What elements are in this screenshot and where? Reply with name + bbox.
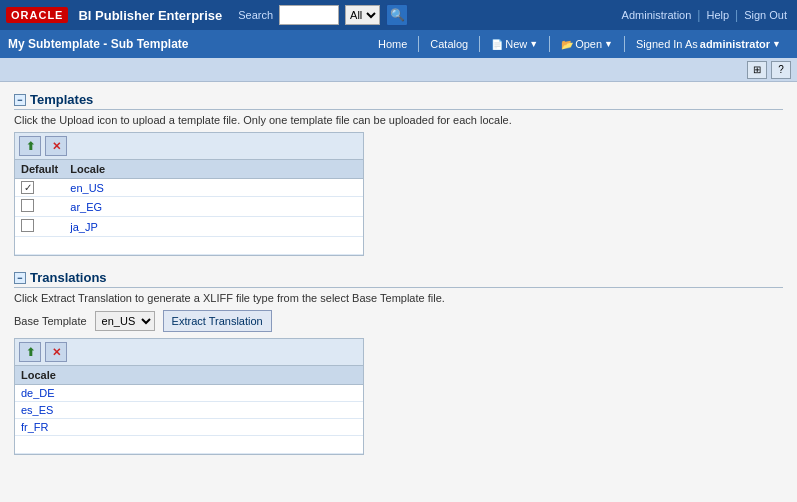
checkbox[interactable]	[21, 181, 34, 194]
oracle-logo: ORACLE	[6, 7, 68, 23]
sep-open	[624, 36, 625, 52]
search-scope-select[interactable]: All	[345, 5, 380, 25]
base-template-row: Base Template en_US Extract Translation	[14, 310, 783, 332]
translations-table: Locale de_DEes_ESfr_FR	[15, 366, 363, 454]
templates-toolbar: ⬆ ✕	[15, 133, 363, 160]
top-nav-links: Administration | Help | Sign Out	[618, 8, 791, 22]
extract-translation-button[interactable]: Extract Translation	[163, 310, 272, 332]
nav-buttons: Home Catalog 📄 New ▼ 📂 Open ▼ Signed In …	[370, 36, 789, 52]
sep1: |	[697, 8, 700, 22]
templates-table-header: Default Locale	[15, 160, 363, 179]
translations-section: − Translations Click Extract Translation…	[14, 270, 783, 455]
templates-section: − Templates Click the Upload icon to upl…	[14, 92, 783, 256]
new-icon: 📄	[491, 39, 503, 50]
new-button[interactable]: 📄 New ▼	[483, 36, 546, 52]
templates-description: Click the Upload icon to upload a templa…	[14, 114, 783, 126]
translations-delete-button[interactable]: ✕	[45, 342, 67, 362]
templates-title: Templates	[30, 92, 93, 107]
base-template-select[interactable]: en_US	[95, 311, 155, 331]
table-row: fr_FR	[15, 419, 363, 436]
table-row: es_ES	[15, 402, 363, 419]
product-title: BI Publisher Enterprise	[78, 8, 222, 23]
catalog-button[interactable]: Catalog	[422, 36, 476, 52]
templates-upload-button[interactable]: ⬆	[19, 136, 41, 156]
help-link[interactable]: Help	[702, 9, 733, 21]
locale-cell[interactable]: en_US	[64, 179, 363, 197]
templates-table-container: ⬆ ✕ Default Locale en_USar_EGja_JP	[14, 132, 364, 256]
open-dropdown-icon: ▼	[604, 39, 613, 49]
locale-cell[interactable]: ja_JP	[64, 217, 363, 237]
empty-row	[15, 237, 363, 255]
checkbox-cell[interactable]	[15, 217, 64, 237]
table-row: en_US	[15, 179, 363, 197]
base-template-label: Base Template	[14, 315, 87, 327]
open-icon: 📂	[561, 39, 573, 50]
checkbox[interactable]	[21, 219, 34, 232]
new-dropdown-icon: ▼	[529, 39, 538, 49]
signout-link[interactable]: Sign Out	[740, 9, 791, 21]
translations-table-container: ⬆ ✕ Locale de_DEes_ESfr_FR	[14, 338, 364, 455]
layout-button[interactable]: ⊞	[747, 61, 767, 79]
secondary-navigation-bar: My Subtemplate - Sub Template Home Catal…	[0, 30, 797, 58]
templates-table: Default Locale en_USar_EGja_JP	[15, 160, 363, 255]
col-default: Default	[15, 160, 64, 179]
help-button[interactable]: ?	[771, 61, 791, 79]
translations-title: Translations	[30, 270, 107, 285]
sep-new	[549, 36, 550, 52]
templates-section-header: − Templates	[14, 92, 783, 110]
translations-toggle[interactable]: −	[14, 272, 26, 284]
toolbar-bar: ⊞ ?	[0, 58, 797, 82]
translations-table-header: Locale	[15, 366, 363, 385]
locale-cell[interactable]: fr_FR	[15, 419, 363, 436]
open-button[interactable]: 📂 Open ▼	[553, 36, 621, 52]
table-row: de_DE	[15, 385, 363, 402]
main-content: − Templates Click the Upload icon to upl…	[0, 82, 797, 502]
locale-cell[interactable]: es_ES	[15, 402, 363, 419]
admin-link[interactable]: Administration	[618, 9, 696, 21]
search-icon: 🔍	[390, 8, 405, 22]
empty-row	[15, 436, 363, 454]
templates-toggle[interactable]: −	[14, 94, 26, 106]
signedin-dropdown-icon: ▼	[772, 39, 781, 49]
sep-catalog	[479, 36, 480, 52]
translations-upload-button[interactable]: ⬆	[19, 342, 41, 362]
home-button[interactable]: Home	[370, 36, 415, 52]
checkbox[interactable]	[21, 199, 34, 212]
table-row: ar_EG	[15, 197, 363, 217]
translations-toolbar: ⬆ ✕	[15, 339, 363, 366]
translations-description: Click Extract Translation to generate a …	[14, 292, 783, 304]
checkbox-cell[interactable]	[15, 179, 64, 197]
locale-cell[interactable]: ar_EG	[64, 197, 363, 217]
translations-section-header: − Translations	[14, 270, 783, 288]
col-locale-trans: Locale	[15, 366, 363, 385]
search-label: Search	[238, 9, 273, 21]
sep-home	[418, 36, 419, 52]
search-input[interactable]	[279, 5, 339, 25]
col-locale: Locale	[64, 160, 363, 179]
checkbox-cell[interactable]	[15, 197, 64, 217]
locale-cell[interactable]: de_DE	[15, 385, 363, 402]
page-title: My Subtemplate - Sub Template	[8, 37, 370, 51]
search-button[interactable]: 🔍	[386, 4, 408, 26]
sep2: |	[735, 8, 738, 22]
signed-in-button[interactable]: Signed In As administrator ▼	[628, 36, 789, 52]
table-row: ja_JP	[15, 217, 363, 237]
top-navigation-bar: ORACLE BI Publisher Enterprise Search Al…	[0, 0, 797, 30]
templates-delete-button[interactable]: ✕	[45, 136, 67, 156]
